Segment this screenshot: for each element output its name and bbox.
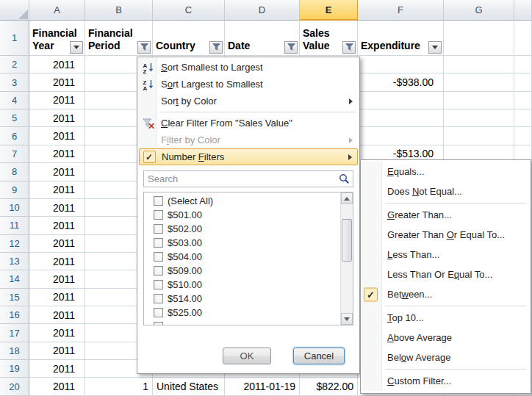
cell-h2[interactable]: [514, 56, 532, 73]
filter-value-item-52500[interactable]: $525.00: [144, 306, 340, 320]
cell-overflow-row1[interactable]: [514, 21, 532, 56]
cell-g4[interactable]: [444, 92, 514, 109]
menu-item-number-filters[interactable]: ✓Number Filters: [139, 148, 358, 165]
cell-f5[interactable]: [358, 109, 444, 127]
submenu-item-less-than-or-equal-to[interactable]: Less Than Or Equal To...: [361, 264, 531, 284]
scroll-up-button[interactable]: [341, 192, 353, 204]
row-header-13[interactable]: 13: [0, 253, 29, 270]
search-input[interactable]: [143, 170, 353, 187]
column-header-g[interactable]: G: [444, 0, 514, 21]
cell-a4[interactable]: 2011: [29, 92, 85, 109]
column-header-e[interactable]: E: [300, 0, 358, 21]
field-header-sales-value[interactable]: Sales Value: [300, 21, 358, 56]
cell-h6[interactable]: [514, 127, 532, 145]
menu-item-sort-by-color[interactable]: Sort by Color: [139, 93, 358, 109]
filter-applied-button[interactable]: [137, 41, 151, 54]
ok-button[interactable]: OK: [223, 348, 271, 364]
select-all-corner[interactable]: [0, 0, 29, 21]
cell-a11[interactable]: 2011: [29, 217, 85, 234]
cell-f4[interactable]: [358, 92, 444, 109]
submenu-item-top-10[interactable]: Top 10...: [361, 308, 531, 328]
filter-value-item-51400[interactable]: $514.00: [144, 292, 340, 306]
filter-value-item-50900[interactable]: $509.00: [144, 264, 340, 278]
cell-b20[interactable]: 1: [85, 378, 153, 395]
cell-h3[interactable]: [514, 73, 532, 91]
cell-g2[interactable]: [444, 56, 514, 73]
row-header-15[interactable]: 15: [0, 289, 29, 306]
row-header-8[interactable]: 8: [0, 163, 29, 181]
column-header-f[interactable]: F: [358, 0, 444, 21]
filter-value-item-50400[interactable]: $504.00: [144, 250, 340, 264]
cell-a9[interactable]: 2011: [29, 181, 85, 199]
row-header-7[interactable]: 7: [0, 145, 29, 163]
column-header-c[interactable]: C: [153, 0, 225, 21]
scroll-down-button[interactable]: [341, 313, 353, 325]
filter-dropdown-button[interactable]: [428, 41, 442, 54]
row-header-19[interactable]: 19: [0, 360, 29, 378]
checkbox-icon[interactable]: [154, 280, 163, 289]
column-header-d[interactable]: D: [225, 0, 300, 21]
cell-a17[interactable]: 2011: [29, 324, 85, 342]
filter-dropdown-button[interactable]: [70, 41, 83, 54]
row-header-17[interactable]: 17: [0, 324, 29, 342]
filter-value-item-50300[interactable]: $503.00: [144, 236, 340, 250]
submenu-item-below-average[interactable]: Below Average: [361, 348, 531, 367]
cell-c20[interactable]: United States: [153, 378, 225, 395]
cell-a5[interactable]: 2011: [29, 109, 85, 127]
submenu-item-less-than[interactable]: Less Than...: [361, 245, 531, 264]
row-header-10[interactable]: 10: [0, 199, 29, 217]
field-header-date[interactable]: Date: [225, 21, 300, 56]
cell-a3[interactable]: 2011: [29, 73, 85, 91]
scrollbar-thumb[interactable]: [342, 219, 352, 262]
checkbox-icon[interactable]: [154, 308, 163, 317]
cell-a15[interactable]: 2011: [29, 289, 85, 306]
filter-applied-button[interactable]: [342, 41, 356, 54]
field-header-expenditure[interactable]: Expenditure: [358, 21, 444, 56]
submenu-item-greater-than-or-equal-to[interactable]: Greater Than Or Equal To...: [361, 225, 531, 245]
row-header-9[interactable]: 9: [0, 181, 29, 199]
cell-a14[interactable]: 2011: [29, 270, 85, 288]
cell-a16[interactable]: 2011: [29, 306, 85, 324]
submenu-item-does-not-equal[interactable]: Does Not Equal...: [361, 181, 531, 201]
row-header-20[interactable]: 20: [0, 378, 29, 395]
cell-f3[interactable]: -$938.00: [358, 73, 444, 91]
column-header-a[interactable]: A: [29, 0, 85, 21]
cell-g6[interactable]: [444, 127, 514, 145]
cell-f6[interactable]: [358, 127, 444, 145]
checkbox-icon[interactable]: [154, 238, 163, 248]
cell-h5[interactable]: [514, 109, 532, 127]
checkbox-icon[interactable]: [154, 196, 163, 206]
checkbox-icon[interactable]: [154, 224, 163, 234]
field-header-financial-period[interactable]: Financial Period: [85, 21, 153, 56]
filter-applied-button[interactable]: [209, 41, 223, 54]
filter-value-item-select-all[interactable]: (Select All): [144, 194, 340, 208]
row-header-2[interactable]: 2: [0, 56, 29, 73]
cell-a20[interactable]: 2011: [29, 378, 85, 395]
row-header-18[interactable]: 18: [0, 342, 29, 360]
field-header-g[interactable]: [444, 21, 514, 56]
submenu-item-between[interactable]: ✓Between...: [361, 284, 531, 304]
field-header-financial-year[interactable]: Financial Year: [29, 21, 85, 56]
cell-d20[interactable]: 2011-01-19: [225, 378, 300, 395]
submenu-item-equals[interactable]: Equals...: [361, 162, 531, 181]
filter-value-item-50200[interactable]: $502.00: [144, 222, 340, 236]
cell-a7[interactable]: 2011: [29, 145, 85, 163]
search-icon[interactable]: [336, 171, 353, 187]
cell-a10[interactable]: 2011: [29, 199, 85, 217]
checkbox-icon[interactable]: [154, 266, 163, 276]
submenu-item-custom-filter[interactable]: Custom Filter...: [361, 371, 531, 391]
menu-item-sort-smallest-to-largest[interactable]: AZSort Smallest to Largest: [139, 59, 358, 76]
row-header-16[interactable]: 16: [0, 306, 29, 324]
checkbox-icon[interactable]: [154, 210, 163, 220]
cell-a6[interactable]: 2011: [29, 127, 85, 145]
filter-applied-button[interactable]: [284, 41, 298, 54]
row-header-4[interactable]: 4: [0, 92, 29, 109]
row-header-1[interactable]: 1: [0, 21, 29, 56]
cell-a13[interactable]: 2011: [29, 253, 85, 270]
submenu-item-above-average[interactable]: Above Average: [361, 328, 531, 348]
row-header-6[interactable]: 6: [0, 127, 29, 145]
filter-value-item-51000[interactable]: $510.00: [144, 278, 340, 292]
menu-item-clear-filter-from-sales-value[interactable]: Clear Filter From "Sales Value": [139, 115, 358, 132]
cell-a18[interactable]: 2011: [29, 342, 85, 360]
field-header-country[interactable]: Country: [153, 21, 225, 56]
